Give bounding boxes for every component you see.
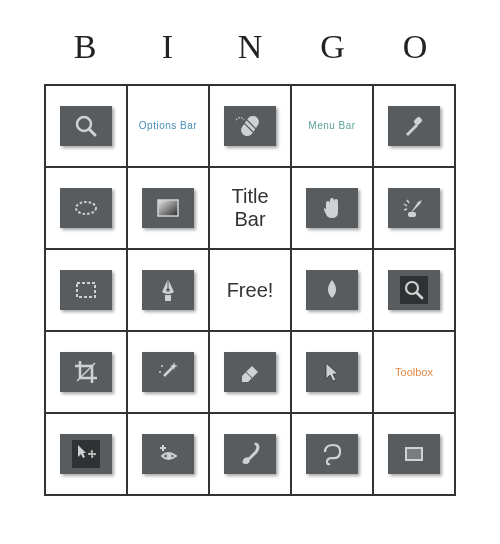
healing-brush-icon [224, 106, 276, 146]
header-letter-b: B [65, 28, 105, 66]
magic-wand-icon [142, 352, 194, 392]
title-bar-label: TitleBar [231, 185, 268, 231]
toolbox-label: Toolbox [395, 366, 433, 379]
svg-rect-2 [239, 114, 261, 139]
dodge-burn-icon [388, 188, 440, 228]
bingo-cell-1-3[interactable] [292, 168, 374, 250]
bingo-header: B I N G O [45, 28, 455, 66]
lasso-icon [306, 434, 358, 474]
menu-bar-label: Menu Bar [308, 120, 355, 132]
hand-icon [306, 188, 358, 228]
gradient-icon [142, 188, 194, 228]
bingo-cell-0-3[interactable]: Menu Bar [292, 86, 374, 168]
bingo-cell-0-2[interactable] [210, 86, 292, 168]
bingo-cell-2-0[interactable] [46, 250, 128, 332]
header-letter-o: O [395, 28, 435, 66]
brush-icon [224, 434, 276, 474]
svg-rect-25 [406, 448, 422, 460]
bingo-cell-4-2[interactable] [210, 414, 292, 496]
bingo-cell-3-2[interactable] [210, 332, 292, 414]
zoom-dark-icon [388, 270, 440, 310]
svg-rect-7 [158, 200, 178, 216]
bingo-grid: Options BarMenu BarTitleBarFree!Toolbox [44, 84, 456, 496]
svg-rect-12 [165, 295, 171, 301]
eyedropper-icon [388, 106, 440, 146]
bingo-cell-1-4[interactable] [374, 168, 456, 250]
bingo-cell-2-1[interactable] [128, 250, 210, 332]
options-bar-label: Options Bar [139, 120, 197, 132]
bingo-cell-1-1[interactable] [128, 168, 210, 250]
bingo-cell-4-1[interactable] [128, 414, 210, 496]
ellipse-select-icon [60, 188, 112, 228]
bingo-cell-3-0[interactable] [46, 332, 128, 414]
bingo-cell-2-2[interactable]: Free! [210, 250, 292, 332]
svg-line-1 [89, 129, 95, 135]
svg-rect-8 [408, 212, 416, 217]
header-letter-i: I [148, 28, 188, 66]
blur-icon [306, 270, 358, 310]
bingo-cell-1-0[interactable] [46, 168, 128, 250]
crop-icon [60, 352, 112, 392]
shape-rect-icon [388, 434, 440, 474]
bingo-cell-0-4[interactable] [374, 86, 456, 168]
svg-rect-13 [400, 276, 428, 304]
svg-point-6 [76, 202, 96, 214]
header-letter-g: G [313, 28, 353, 66]
svg-rect-9 [77, 283, 95, 297]
header-letter-n: N [230, 28, 270, 66]
zoom-icon [60, 106, 112, 146]
bingo-cell-4-4[interactable] [374, 414, 456, 496]
bingo-cell-3-3[interactable] [292, 332, 374, 414]
svg-line-17 [164, 366, 174, 376]
svg-point-22 [167, 454, 172, 459]
red-eye-icon [142, 434, 194, 474]
bingo-cell-3-1[interactable] [128, 332, 210, 414]
bingo-cell-0-1[interactable]: Options Bar [128, 86, 210, 168]
bingo-cell-2-3[interactable] [292, 250, 374, 332]
bingo-cell-0-0[interactable] [46, 86, 128, 168]
move-cursor-icon [306, 352, 358, 392]
eraser-icon [224, 352, 276, 392]
bingo-cell-2-4[interactable] [374, 250, 456, 332]
bingo-cell-4-3[interactable] [292, 414, 374, 496]
free-space-label: Free! [227, 279, 274, 302]
bingo-cell-3-4[interactable]: Toolbox [374, 332, 456, 414]
svg-point-19 [159, 371, 161, 373]
rectangle-select-icon [60, 270, 112, 310]
move-tool-icon [60, 434, 112, 474]
svg-rect-5 [413, 116, 423, 126]
pen-icon [142, 270, 194, 310]
bingo-cell-1-2[interactable]: TitleBar [210, 168, 292, 250]
svg-point-18 [161, 365, 163, 367]
bingo-cell-4-0[interactable] [46, 414, 128, 496]
